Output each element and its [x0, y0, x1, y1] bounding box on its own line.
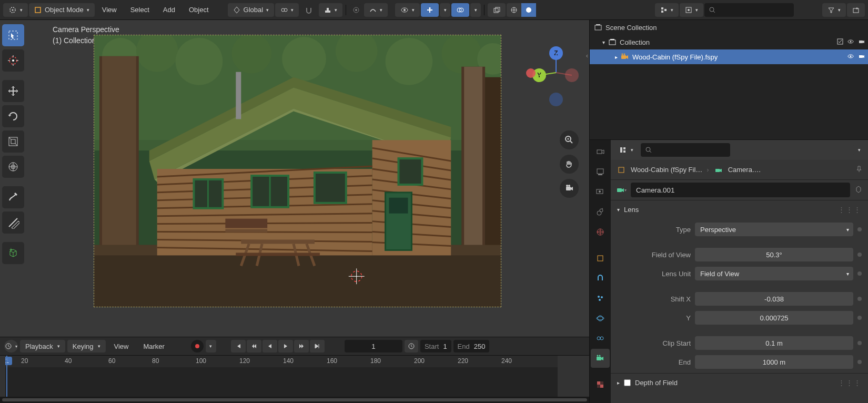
end-frame-field[interactable]: End 250	[453, 340, 490, 352]
measure-tool[interactable]	[2, 211, 24, 234]
clip-start-field[interactable]: 0.1 m	[695, 336, 853, 350]
fake-user-toggle[interactable]	[854, 185, 863, 195]
tab-render[interactable]	[591, 143, 610, 162]
tab-object[interactable]	[591, 249, 610, 268]
disable-render-toggle[interactable]	[857, 38, 865, 47]
menu-view[interactable]: View	[96, 3, 123, 17]
fov-field[interactable]: 50.3°	[695, 248, 853, 261]
animate-property-icon[interactable]	[857, 297, 862, 301]
timeline-editor-icon[interactable]: ▾	[4, 340, 18, 352]
mode-selector[interactable]: Object Mode ▾	[29, 3, 95, 17]
xray-toggle[interactable]	[488, 3, 506, 17]
playhead[interactable]	[6, 356, 7, 397]
animate-property-icon[interactable]	[857, 360, 862, 364]
navigation-gizmo[interactable]: Z Y	[532, 46, 580, 125]
properties-search[interactable]	[641, 143, 730, 157]
snap-toggle[interactable]	[300, 3, 318, 17]
auto-key-toggle[interactable]	[191, 340, 204, 352]
start-frame-field[interactable]: Start 1	[420, 340, 451, 352]
pin-icon[interactable]	[855, 165, 863, 174]
camera-name-input[interactable]	[631, 183, 850, 197]
animate-property-icon[interactable]	[857, 271, 862, 276]
properties-editor-dropdown[interactable]: ▾	[614, 144, 639, 156]
proportional-dropdown[interactable]: ▾	[364, 3, 388, 17]
clip-end-field[interactable]: 1000 m	[695, 355, 853, 369]
gizmo-z-axis[interactable]: Z	[549, 46, 563, 60]
tab-output[interactable]	[591, 163, 610, 182]
camera-object-row[interactable]: Wood-Cabin (fSpy File).fspy	[590, 49, 868, 64]
gizmo-dropdown[interactable]: ▾	[440, 3, 450, 17]
select-tool[interactable]	[2, 24, 24, 46]
add-cube-tool[interactable]: +	[2, 242, 24, 264]
keying-dropdown[interactable]: Keying▾	[67, 340, 106, 352]
proportional-toggle[interactable]	[349, 3, 363, 17]
zoom-icon[interactable]	[560, 130, 579, 149]
snap-dropdown[interactable]: ▾	[319, 3, 342, 17]
timeline-scrollbar[interactable]	[0, 397, 589, 403]
pivot-dropdown[interactable]: ▾	[275, 3, 299, 17]
outliner-search[interactable]	[704, 3, 794, 17]
breadcrumb-object[interactable]: Wood-Cabin (fSpy Fil…	[631, 166, 702, 174]
lens-panel-header[interactable]: Lens ⋮⋮⋮	[611, 200, 868, 218]
outliner-view-dropdown[interactable]: ▾	[680, 3, 703, 17]
tab-physics[interactable]	[591, 309, 610, 328]
cursor-tool[interactable]	[2, 49, 24, 72]
new-collection-button[interactable]	[847, 3, 865, 17]
rotate-tool[interactable]	[2, 105, 24, 127]
breadcrumb-data[interactable]: Camera.…	[728, 166, 761, 174]
camera-view-icon[interactable]	[560, 179, 579, 198]
menu-select[interactable]: Select	[124, 3, 156, 17]
cursor-tool-dropdown[interactable]: ▾	[3, 3, 28, 17]
pan-icon[interactable]	[560, 155, 579, 174]
tab-world[interactable]	[591, 223, 610, 241]
gizmo-x-axis[interactable]	[526, 68, 536, 78]
collection-row[interactable]: Collection	[590, 35, 868, 49]
animate-property-icon[interactable]	[857, 227, 862, 231]
panel-drag-icon[interactable]: ⋮⋮⋮	[838, 379, 862, 387]
tab-viewlayer[interactable]	[591, 183, 610, 202]
timeline-marker-menu[interactable]: Marker	[137, 339, 170, 353]
annotate-tool[interactable]	[2, 186, 24, 208]
expand-icon[interactable]	[602, 39, 605, 45]
animate-property-icon[interactable]	[857, 341, 862, 345]
tab-scene[interactable]	[591, 203, 610, 221]
move-tool[interactable]	[2, 80, 24, 102]
properties-options[interactable]: ▾	[853, 144, 865, 156]
tab-modifiers[interactable]	[591, 269, 610, 288]
prev-keyframe-button[interactable]	[247, 340, 261, 352]
shading-solid[interactable]	[521, 3, 536, 17]
play-button[interactable]	[278, 340, 293, 352]
collapse-sidebar-icon[interactable]: ‹	[586, 52, 588, 59]
playback-dropdown[interactable]: Playback▾	[20, 340, 65, 352]
hide-toggle[interactable]	[847, 38, 854, 47]
menu-object[interactable]: Object	[183, 3, 215, 17]
dof-panel-header[interactable]: Depth of Field ⋮⋮⋮	[611, 374, 868, 391]
jump-end-button[interactable]	[310, 340, 325, 352]
gizmo-toggle[interactable]	[421, 3, 439, 17]
orientation-dropdown[interactable]: Global ▾	[228, 3, 275, 17]
expand-icon[interactable]	[615, 54, 618, 60]
menu-add[interactable]: Add	[157, 3, 181, 17]
hide-toggle[interactable]	[847, 53, 854, 62]
panel-drag-icon[interactable]: ⋮⋮⋮	[838, 206, 862, 214]
play-reverse-button[interactable]	[263, 340, 277, 352]
timeline-track[interactable]: 1 20406080100120140160180200220240	[0, 355, 589, 397]
jump-start-button[interactable]	[231, 340, 246, 352]
tab-particles[interactable]	[591, 289, 610, 308]
current-frame-input[interactable]	[345, 340, 402, 352]
viewport-canvas[interactable]: Camera Perspective (1) Collection | Wood…	[25, 20, 589, 337]
outliner-display-mode[interactable]: ▾	[655, 3, 679, 17]
overlays-dropdown[interactable]: ▾	[470, 3, 481, 17]
lens-type-dropdown[interactable]: Perspective	[695, 223, 853, 236]
tab-constraints[interactable]	[591, 329, 610, 348]
filter-toggle[interactable]: ▾	[822, 3, 846, 17]
shading-wireframe[interactable]	[507, 3, 521, 17]
lens-unit-dropdown[interactable]: Field of View	[695, 267, 853, 280]
camera-datablock-icon[interactable]: ▾	[616, 185, 627, 195]
exclude-toggle[interactable]	[836, 38, 844, 47]
shift-y-field[interactable]: 0.000725	[695, 311, 853, 325]
visibility-dropdown[interactable]: ▾	[395, 3, 420, 17]
gizmo-neg-z[interactable]	[549, 93, 563, 106]
animate-property-icon[interactable]	[857, 253, 862, 257]
next-keyframe-button[interactable]	[294, 340, 309, 352]
